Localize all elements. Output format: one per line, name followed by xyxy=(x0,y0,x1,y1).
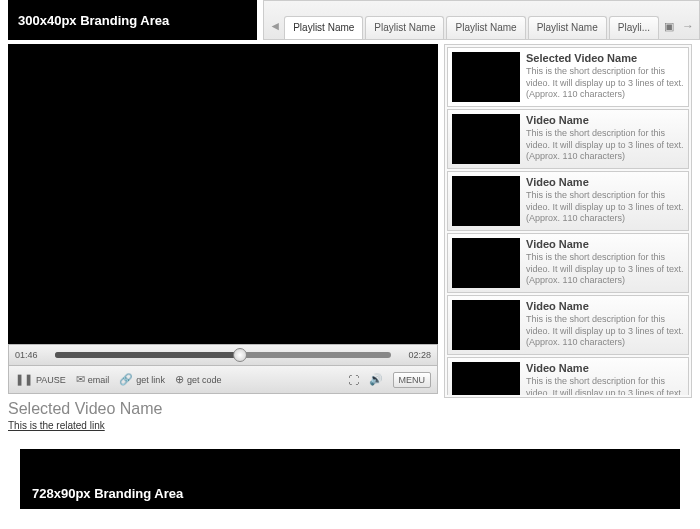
email-label: email xyxy=(88,375,110,385)
scrubber-bar: 01:46 02:28 xyxy=(8,344,438,366)
playlist-thumb xyxy=(452,362,520,395)
tab-next-button[interactable]: → xyxy=(679,13,697,39)
tab-bar: ◄ Playlist NamePlaylist NamePlaylist Nam… xyxy=(263,0,700,40)
fullscreen-list-icon[interactable]: ▣ xyxy=(659,13,679,39)
playlist-item-title: Video Name xyxy=(526,114,684,126)
playlist-item-title: Video Name xyxy=(526,176,684,188)
fullscreen-button[interactable]: ⛶ xyxy=(348,374,359,386)
playlist-tab[interactable]: Playlist Name xyxy=(528,16,607,39)
playlist-item-desc: This is the short description for this v… xyxy=(526,66,684,101)
get-link-button[interactable]: 🔗 get link xyxy=(119,373,165,386)
seek-track[interactable] xyxy=(55,352,391,358)
playlist-item[interactable]: Video NameThis is the short description … xyxy=(447,357,689,395)
playlist-tab[interactable]: Playlist Name xyxy=(284,16,363,39)
volume-button[interactable]: 🔊 xyxy=(369,373,383,386)
playlist-item[interactable]: Video NameThis is the short description … xyxy=(447,109,689,169)
controls-bar: ❚❚ PAUSE ✉ email 🔗 get link ⊕ get code ⛶ xyxy=(8,366,438,394)
playlist-tab[interactable]: Playli... xyxy=(609,16,659,39)
time-current: 01:46 xyxy=(15,350,49,360)
playlist-item-desc: This is the short description for this v… xyxy=(526,314,684,349)
pause-icon: ❚❚ xyxy=(15,373,33,386)
playlist-thumb xyxy=(452,114,520,164)
playlist-item-title: Selected Video Name xyxy=(526,52,684,64)
playlist-item-title: Video Name xyxy=(526,300,684,312)
related-link[interactable]: This is the related link xyxy=(8,420,105,431)
pause-button[interactable]: ❚❚ PAUSE xyxy=(15,373,66,386)
get-code-label: get code xyxy=(187,375,222,385)
playlist-item-desc: This is the short description for this v… xyxy=(526,376,684,395)
playlist-item-title: Video Name xyxy=(526,238,684,250)
tab-prev-button[interactable]: ◄ xyxy=(266,13,284,39)
pause-label: PAUSE xyxy=(36,375,66,385)
playlist-tab[interactable]: Playlist Name xyxy=(446,16,525,39)
playlist-thumb xyxy=(452,238,520,288)
get-code-button[interactable]: ⊕ get code xyxy=(175,373,222,386)
get-link-label: get link xyxy=(136,375,165,385)
video-title: Selected Video Name xyxy=(8,400,438,418)
playlist-thumb xyxy=(452,300,520,350)
email-icon: ✉ xyxy=(76,373,85,386)
playlist-item-desc: This is the short description for this v… xyxy=(526,252,684,287)
menu-button[interactable]: MENU xyxy=(393,372,432,388)
playlist-thumb xyxy=(452,176,520,226)
branding-top: 300x40px Branding Area xyxy=(8,0,257,40)
email-button[interactable]: ✉ email xyxy=(76,373,110,386)
volume-icon: 🔊 xyxy=(369,373,383,386)
video-player[interactable] xyxy=(8,44,438,344)
time-total: 02:28 xyxy=(397,350,431,360)
playlist-panel: Selected Video NameThis is the short des… xyxy=(444,44,692,398)
playlist-item[interactable]: Video NameThis is the short description … xyxy=(447,171,689,231)
link-icon: 🔗 xyxy=(119,373,133,386)
playlist-thumb xyxy=(452,52,520,102)
playlist-tab[interactable]: Playlist Name xyxy=(365,16,444,39)
playlist-item[interactable]: Video NameThis is the short description … xyxy=(447,295,689,355)
playlist-item[interactable]: Selected Video NameThis is the short des… xyxy=(447,47,689,107)
playlist-item[interactable]: Video NameThis is the short description … xyxy=(447,233,689,293)
playlist-item-desc: This is the short description for this v… xyxy=(526,128,684,163)
code-icon: ⊕ xyxy=(175,373,184,386)
seek-progress xyxy=(55,352,240,358)
branding-bottom: 728x90px Branding Area xyxy=(20,449,680,509)
seek-thumb[interactable] xyxy=(233,348,247,362)
fullscreen-icon: ⛶ xyxy=(348,374,359,386)
playlist-item-title: Video Name xyxy=(526,362,684,374)
playlist-item-desc: This is the short description for this v… xyxy=(526,190,684,225)
